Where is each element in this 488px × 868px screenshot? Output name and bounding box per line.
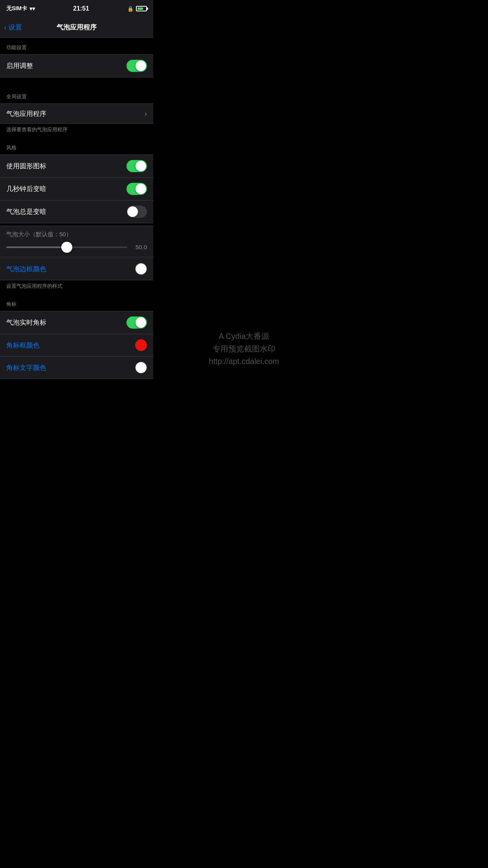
section-header-function: 功能设置 xyxy=(0,38,153,54)
toggle-darken-after[interactable] xyxy=(127,183,147,195)
row-always-darken[interactable]: 气泡总是变暗 xyxy=(0,200,153,223)
label-darken-after: 几秒钟后变暗 xyxy=(6,184,46,193)
group-global: 气泡应用程序 › xyxy=(0,103,153,124)
nav-bar: ‹ 设置 气泡应用程序 xyxy=(0,17,153,38)
section-header-badge: 角标 xyxy=(0,294,153,311)
row-bubble-border-color[interactable]: 气泡边框颜色 xyxy=(0,258,153,280)
section-header-global: 全局设置 xyxy=(0,87,153,103)
battery-fill xyxy=(138,7,143,10)
carrier-label: 无SIM卡 xyxy=(6,5,27,12)
label-always-darken: 气泡总是变暗 xyxy=(6,207,46,216)
slider-row: 50.0 xyxy=(6,244,147,250)
row-darken-after[interactable]: 几秒钟后变暗 xyxy=(0,178,153,200)
content: 功能设置 启用调整 全局设置 气泡应用程序 › 选择要查看的气泡应用程序 风格 … xyxy=(0,38,153,379)
battery-icon xyxy=(136,6,147,11)
group-bubble-color: 气泡边框颜色 xyxy=(0,257,153,280)
color-circle-bubble[interactable] xyxy=(135,263,147,275)
toggle-enable-adjust[interactable] xyxy=(127,60,147,72)
label-badge-border-color: 角标框颜色 xyxy=(6,341,40,350)
toggle-realtime-badge[interactable] xyxy=(127,316,147,329)
group-style: 使用圆形图标 几秒钟后变暗 气泡总是变暗 xyxy=(0,154,153,223)
global-sublabel: 选择要查看的气泡应用程序 xyxy=(0,124,153,138)
toggle-round-icon[interactable] xyxy=(127,160,147,172)
bubble-color-sublabel: 设置气泡应用程序的样式 xyxy=(0,280,153,294)
row-round-icon[interactable]: 使用圆形图标 xyxy=(0,155,153,178)
slider-value: 50.0 xyxy=(132,244,147,250)
nav-title: 气泡应用程序 xyxy=(57,23,97,32)
label-bubble-app: 气泡应用程序 xyxy=(6,109,46,118)
label-realtime-badge: 气泡实时角标 xyxy=(6,318,46,327)
slider-section: 气泡大小（默认值：50） 50.0 xyxy=(0,226,153,257)
color-circle-badge-text[interactable] xyxy=(135,362,147,373)
spacer-1 xyxy=(0,77,153,87)
slider-track[interactable] xyxy=(6,246,127,248)
row-badge-text-color[interactable]: 角标文字颜色 xyxy=(0,357,153,379)
section-header-style: 风格 xyxy=(0,138,153,154)
group-badge: 气泡实时角标 角标框颜色 角标文字颜色 xyxy=(0,311,153,379)
row-bubble-app[interactable]: 气泡应用程序 › xyxy=(0,104,153,123)
toggle-knob-round xyxy=(136,161,146,171)
toggle-knob xyxy=(136,61,146,71)
wifi-icon: ▾▾ xyxy=(29,6,35,12)
label-badge-text-color: 角标文字颜色 xyxy=(6,363,46,372)
toggle-knob-darken xyxy=(136,184,146,194)
slider-fill xyxy=(6,246,67,248)
chevron-right-icon: › xyxy=(145,110,147,118)
status-time: 21:51 xyxy=(73,5,89,12)
status-left: 无SIM卡 ▾▾ xyxy=(6,5,35,12)
toggle-knob-always xyxy=(127,206,138,217)
row-enable-adjust[interactable]: 启用调整 xyxy=(0,55,153,77)
slider-thumb[interactable] xyxy=(61,242,72,253)
status-right: 🔒 xyxy=(127,6,147,12)
label-bubble-border-color: 气泡边框颜色 xyxy=(6,265,46,274)
back-button[interactable]: ‹ 设置 xyxy=(4,23,22,32)
chevron-left-icon: ‹ xyxy=(4,23,7,32)
lock-icon: 🔒 xyxy=(127,6,134,12)
label-enable-adjust: 启用调整 xyxy=(6,61,33,70)
row-realtime-badge[interactable]: 气泡实时角标 xyxy=(0,311,153,334)
back-label: 设置 xyxy=(9,23,22,32)
slider-label: 气泡大小（默认值：50） xyxy=(6,231,147,238)
toggle-always-darken[interactable] xyxy=(127,206,147,218)
status-bar: 无SIM卡 ▾▾ 21:51 🔒 xyxy=(0,0,153,17)
label-round-icon: 使用圆形图标 xyxy=(6,162,46,171)
group-function: 启用调整 xyxy=(0,54,153,77)
toggle-knob-badge xyxy=(136,317,146,328)
color-circle-badge-border[interactable] xyxy=(135,339,147,351)
row-badge-border-color[interactable]: 角标框颜色 xyxy=(0,334,153,357)
